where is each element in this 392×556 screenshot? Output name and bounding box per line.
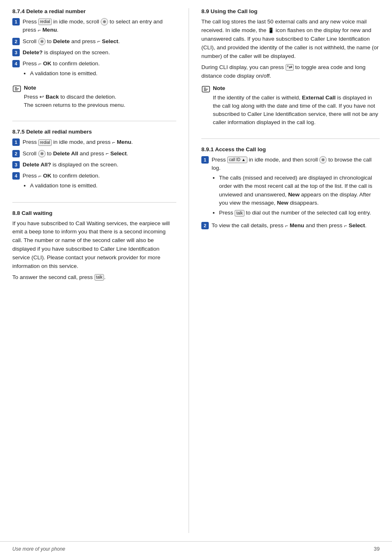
section-874: 8.7.4 Delete a redial number 1 Press red… (12, 8, 176, 121)
note-label: Note (213, 84, 380, 92)
softkey-icon: ⌐ (38, 172, 42, 180)
left-column: 8.7.4 Delete a redial number 1 Press red… (12, 8, 189, 533)
sub-list: A validation tone is emitted. (23, 182, 176, 190)
bold-select: Select (102, 38, 118, 44)
step-number: 3 (12, 161, 20, 168)
step-item: 2 To view the call details, press ⌐ Menu… (201, 221, 380, 230)
bold-select: Select (348, 222, 365, 228)
step-number: 1 (201, 156, 209, 164)
bold-new: New (288, 191, 300, 198)
talk-icon: talk (95, 274, 104, 281)
step-body: Press call ID ▲ in idle mode, and then s… (212, 156, 380, 219)
bold-menu: Menu (290, 222, 304, 228)
bold-delete-all: Delete All (53, 150, 78, 157)
section-875-heading: 8.7.5 Delete all redial numbers (12, 129, 176, 135)
bold-delete: Delete (53, 38, 70, 44)
section-875-steps: 1 Press redial in idle mode, and press ⌐… (12, 138, 176, 191)
section-88-heading: 8.8 Call waiting (12, 210, 176, 216)
step-item: 2 Scroll ⊕ to Delete All and press ⌐ Sel… (12, 150, 176, 158)
footer-page-number: 39 (374, 546, 380, 552)
bold-select: Select (110, 150, 127, 157)
section-88: 8.8 Call waiting If you have subscribed … (12, 210, 176, 292)
back-icon: ↩ (39, 93, 44, 101)
softkey-icon: ⌐ (38, 26, 41, 35)
step-body: Press ⌐ OK to confirm deletion. A valida… (23, 60, 176, 80)
note-icon (12, 84, 21, 93)
note-text-89: Note If the identity of the caller is wi… (213, 84, 380, 127)
star-icon: *⇄ (286, 64, 294, 71)
bold-external-call: External Call (302, 95, 336, 101)
bold-back: Back (46, 94, 59, 100)
section-88-body1: If you have subscribed to Call Waiting s… (12, 219, 176, 271)
step-item: 3 Delete? is displayed on the screen. (12, 48, 176, 57)
note-body: If the identity of the caller is witheld… (213, 94, 380, 127)
step-body: Press redial in idle mode, and press ⌐ M… (23, 138, 176, 146)
note-box-874: Note Press ↩ Back to discard the deletio… (12, 84, 176, 110)
list-item: The calls (missed and received) are disp… (219, 174, 380, 207)
step-body: Scroll ⊕ to Delete and press ⌐ Select. (23, 37, 176, 46)
scroll-icon: ⊕ (101, 18, 108, 25)
note-box-89: Note If the identity of the caller is wi… (201, 84, 380, 127)
section-875: 8.7.5 Delete all redial numbers 1 Press … (12, 129, 176, 202)
footer: Use more of your phone 39 (0, 541, 392, 556)
scroll-icon: ⊕ (38, 150, 46, 157)
step-item: 1 Press redial in idle mode, and press ⌐… (12, 138, 176, 146)
step-item: 4 Press ⌐ OK to confirm deletion. A vali… (12, 60, 176, 80)
softkey-icon: ⌐ (38, 60, 42, 68)
step-body: Press redial in idle mode, scroll ⊕ to s… (23, 18, 176, 35)
display-icon: 📱 (268, 27, 274, 35)
redial-icon: redial (38, 139, 51, 146)
section-89-body1: The call log stores the last 50 external… (201, 18, 380, 61)
note-body: Press ↩ Back to discard the deletion. Th… (24, 93, 176, 110)
list-item: A validation tone is emitted. (30, 69, 176, 78)
step-body: Press ⌐ OK to confirm deletion. A valida… (23, 172, 176, 192)
softkey-icon: ⌐ (106, 150, 109, 158)
bold-ok: OK (43, 173, 51, 179)
callid-icon: call ID ▲ (227, 157, 247, 163)
scroll-icon: ⊕ (319, 156, 327, 164)
section-88-body2: To answer the second call, press talk. (12, 273, 176, 282)
bold-ok: OK (43, 60, 51, 67)
note-text-874: Note Press ↩ Back to discard the deletio… (24, 84, 176, 110)
list-item: Press talk to dial out the number of the… (219, 209, 380, 217)
softkey-icon: ⌐ (344, 222, 347, 230)
step-number: 3 (12, 49, 20, 56)
step-item: 3 Delete All? is displayed on the screen… (12, 161, 176, 169)
step-item: 1 Press call ID ▲ in idle mode, and then… (201, 156, 380, 219)
content-area: 8.7.4 Delete a redial number 1 Press red… (0, 0, 392, 541)
right-column: 8.9 Using the Call log The call log stor… (189, 8, 380, 533)
step-number: 4 (12, 172, 20, 180)
footer-left-text: Use more of your phone (12, 546, 65, 552)
step-body: Scroll ⊕ to Delete All and press ⌐ Selec… (23, 150, 176, 158)
redial-icon: redial (38, 18, 51, 25)
section-89-heading: 8.9 Using the Call log (201, 8, 380, 14)
step-item: 4 Press ⌐ OK to confirm deletion. A vali… (12, 172, 176, 192)
bold-menu: Menu (117, 139, 131, 145)
scroll-icon: ⊕ (38, 38, 46, 45)
note-svg (201, 85, 210, 94)
bold-delete-all-q: Delete All? (23, 161, 51, 168)
section-891-steps: 1 Press call ID ▲ in idle mode, and then… (201, 156, 380, 230)
softkey-icon: ⌐ (112, 138, 115, 147)
section-891: 8.9.1 Access the Call log 1 Press call I… (201, 146, 380, 240)
step-item: 2 Scroll ⊕ to Delete and press ⌐ Select. (12, 37, 176, 46)
sub-list: The calls (missed and received) are disp… (212, 174, 380, 217)
bold-menu: Menu (42, 27, 57, 33)
step-item: 1 Press redial in idle mode, scroll ⊕ to… (12, 18, 176, 35)
talk-icon: talk (235, 210, 244, 217)
step-body: Delete? is displayed on the screen. (23, 48, 176, 57)
softkey-icon: ⌐ (285, 222, 288, 230)
section-891-heading: 8.9.1 Access the Call log (201, 146, 380, 152)
note-icon (201, 85, 210, 94)
section-89: 8.9 Using the Call log The call log stor… (201, 8, 380, 139)
note-svg (12, 84, 21, 93)
step-number: 4 (12, 60, 20, 67)
bold-new2: New (277, 200, 288, 206)
step-number: 2 (12, 150, 20, 157)
list-item: A validation tone is emitted. (30, 182, 176, 190)
page: 8.7.4 Delete a redial number 1 Press red… (0, 0, 392, 556)
step-body: To view the call details, press ⌐ Menu a… (212, 221, 380, 230)
note-label: Note (24, 84, 176, 92)
step-number: 2 (201, 222, 209, 229)
softkey-icon: ⌐ (97, 37, 101, 46)
